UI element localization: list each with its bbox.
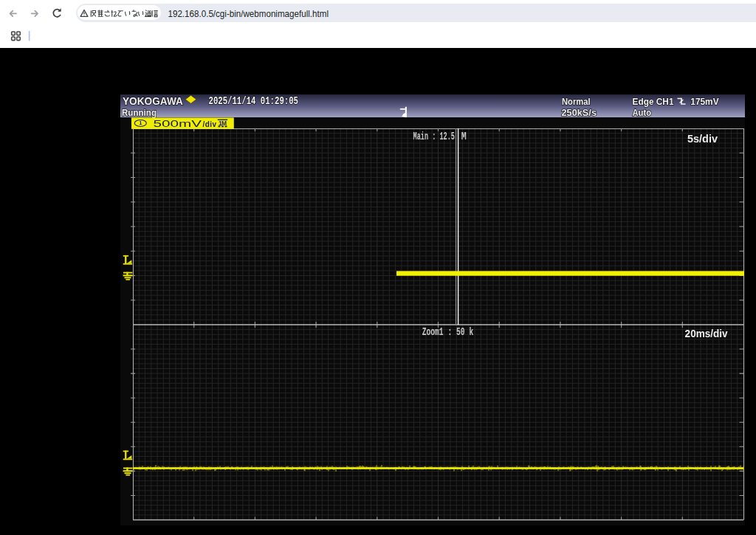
svg-text:Running: Running xyxy=(122,107,157,118)
svg-text:1: 1 xyxy=(139,120,142,126)
svg-text:Main : 12.5: Main : 12.5 xyxy=(413,131,456,142)
svg-text:5s/div: 5s/div xyxy=(687,132,718,145)
svg-text:M: M xyxy=(461,131,467,142)
svg-text:500mV: 500mV xyxy=(154,118,202,129)
svg-text:175mV: 175mV xyxy=(690,96,719,107)
svg-text:192.168.0.5/cgi-bin/webmonimag: 192.168.0.5/cgi-bin/webmonimagefull.html xyxy=(168,8,329,19)
svg-text:Edge CH1: Edge CH1 xyxy=(633,96,674,107)
svg-text:250kS/s: 250kS/s xyxy=(562,107,597,118)
svg-text:Auto: Auto xyxy=(633,107,652,118)
svg-text:20ms/div: 20ms/div xyxy=(685,327,729,339)
svg-text:2025/11/14 01:29:05: 2025/11/14 01:29:05 xyxy=(209,95,299,107)
svg-text:/div: /div xyxy=(203,120,217,128)
svg-text:YOKOGAWA: YOKOGAWA xyxy=(123,95,183,107)
svg-text:Zoom1 : 50 k: Zoom1 : 50 k xyxy=(422,326,474,338)
svg-text:Normal: Normal xyxy=(562,96,591,107)
svg-text:1M: 1M xyxy=(219,120,227,127)
